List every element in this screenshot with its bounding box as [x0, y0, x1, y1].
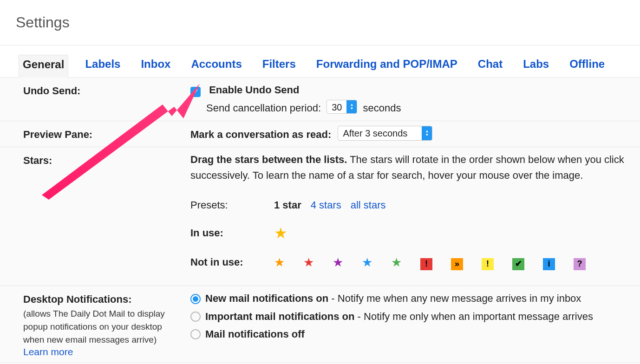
- settings-tabs: GeneralLabelsInboxAccountsFiltersForward…: [0, 46, 640, 78]
- notification-option: Important mail notifications on - Notify…: [190, 309, 640, 325]
- tab-labels[interactable]: Labels: [81, 55, 124, 77]
- mark-as-read-select[interactable]: After 3 seconds ▲▼: [338, 126, 432, 141]
- cancellation-period-unit: seconds: [363, 102, 401, 114]
- dropdown-arrows-icon: ▲▼: [422, 126, 432, 140]
- star-square-icon[interactable]: !: [482, 258, 494, 270]
- star-square-icon[interactable]: ✔: [512, 258, 524, 270]
- notification-option-text: Important mail notifications on - Notify…: [205, 309, 593, 325]
- presets-label: Presets:: [190, 197, 274, 213]
- preview-pane-label: Preview Pane:: [23, 126, 190, 143]
- learn-more-link[interactable]: Learn more: [23, 346, 73, 357]
- row-stars: Stars: Drag the stars between the lists.…: [0, 147, 640, 286]
- page-title: Settings: [0, 0, 640, 46]
- star-square-icon[interactable]: »: [451, 258, 463, 270]
- preset-4-stars[interactable]: 4 stars: [311, 199, 341, 211]
- enable-undo-send-label: Enable Undo Send: [209, 84, 299, 96]
- preset-all-stars[interactable]: all stars: [351, 199, 386, 211]
- notification-option: New mail notifications on - Notify me wh…: [190, 291, 640, 306]
- radio-button[interactable]: [190, 329, 201, 339]
- tab-offline[interactable]: Offline: [566, 55, 608, 77]
- desktop-notifications-label: Desktop Notifications:: [23, 293, 190, 306]
- radio-button[interactable]: [190, 312, 201, 322]
- notification-option-text: Mail notifications off: [205, 326, 305, 342]
- notification-option-text: New mail notifications on - Notify me wh…: [205, 291, 581, 306]
- stars-label: Stars:: [23, 152, 190, 272]
- star-icon[interactable]: ★: [274, 253, 285, 272]
- row-desktop-notifications: Desktop Notifications: (allows The Daily…: [0, 286, 640, 363]
- tab-general[interactable]: General: [19, 55, 68, 78]
- star-icon[interactable]: ★: [362, 253, 372, 272]
- star-square-icon[interactable]: ?: [574, 258, 586, 270]
- row-undo-send: Undo Send: ✓ Enable Undo Send Send cance…: [0, 78, 640, 121]
- undo-send-label: Undo Send:: [23, 82, 190, 116]
- mark-as-read-label: Mark a conversation as read:: [190, 128, 331, 140]
- notification-option: Mail notifications off: [190, 326, 640, 342]
- tab-labs[interactable]: Labs: [519, 55, 553, 77]
- star-icon[interactable]: ★: [333, 253, 343, 272]
- in-use-label: In use:: [190, 225, 274, 241]
- dropdown-arrows-icon: ▲▼: [346, 100, 357, 113]
- tab-chat[interactable]: Chat: [474, 55, 506, 77]
- tab-accounts[interactable]: Accounts: [187, 55, 245, 77]
- star-icon[interactable]: ★: [391, 253, 402, 272]
- tab-forwarding-and-pop-imap[interactable]: Forwarding and POP/IMAP: [313, 55, 461, 77]
- preset-1-star: 1 star: [274, 199, 301, 211]
- star-square-icon[interactable]: i: [543, 258, 555, 270]
- star-icon[interactable]: ★: [274, 222, 287, 245]
- cancellation-period-label: Send cancellation period:: [206, 102, 321, 114]
- tab-inbox[interactable]: Inbox: [137, 55, 174, 77]
- enable-undo-send-checkbox[interactable]: ✓: [190, 87, 201, 97]
- row-preview-pane: Preview Pane: Mark a conversation as rea…: [0, 121, 640, 148]
- tab-filters[interactable]: Filters: [259, 55, 300, 77]
- stars-drag-bold: Drag the stars between the lists.: [190, 154, 347, 165]
- star-icon[interactable]: ★: [303, 253, 314, 272]
- cancellation-period-select[interactable]: 30 ▲▼: [327, 100, 357, 114]
- radio-button[interactable]: [190, 294, 201, 304]
- desktop-notifications-sublabel: (allows The Daily Dot Mail to display po…: [23, 306, 190, 346]
- star-square-icon[interactable]: !: [420, 258, 432, 270]
- not-in-use-label: Not in use:: [190, 254, 274, 270]
